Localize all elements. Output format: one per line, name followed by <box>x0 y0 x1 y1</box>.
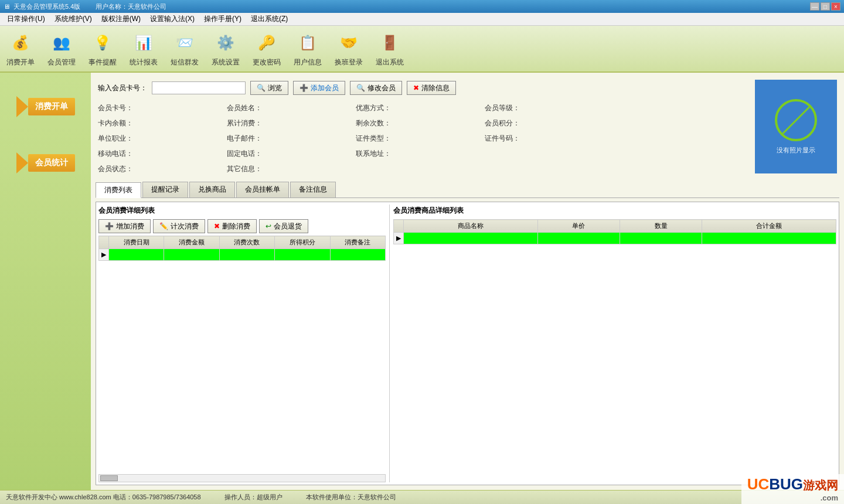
clear-label: 清除信息 <box>421 83 450 93</box>
card-num-field: 会员卡号： <box>98 101 227 115</box>
toolbar-member-mgmt[interactable]: 👥 会员管理 <box>47 30 76 67</box>
user-info-label: 用户信息 <box>294 57 322 67</box>
col-unit-price: 单价 <box>537 220 620 233</box>
watermark: UCBUG游戏网 .com <box>741 474 844 504</box>
add-consume-icon: ➕ <box>105 222 114 230</box>
browse-label: 浏览 <box>268 83 282 93</box>
toolbar-consume[interactable]: 💰 消费开单 <box>6 30 35 67</box>
tab-credit[interactable]: 会员挂帐单 <box>236 182 289 197</box>
count-consume-icon: ✏️ <box>159 222 168 230</box>
member-level-field: 会员等级： <box>485 101 614 115</box>
statusbar: 天意软件开发中心 www.chle828.com 电话：0635-7987985… <box>0 490 844 504</box>
titlebar-controls: — □ × <box>810 2 840 11</box>
status-field: 会员状态： <box>98 162 227 176</box>
member-name-field: 会员姓名： <box>227 101 356 115</box>
delete-consume-icon: ✖ <box>214 222 220 230</box>
toolbar-change-pwd[interactable]: 🔑 更改密码 <box>252 30 281 67</box>
toolbar-settings[interactable]: ⚙️ 系统设置 <box>211 30 240 67</box>
consume-table: 消费日期 消费金额 消费次数 所得积分 消费备注 ▶ <box>98 236 386 261</box>
unit-price-cell <box>537 233 620 244</box>
sidebar: 消费开单 会员统计 <box>0 73 91 490</box>
add-member-button[interactable]: ➕ 添加会员 <box>293 81 345 95</box>
menu-manual[interactable]: 操作手册(Y) <box>199 13 246 25</box>
points-cell <box>275 249 330 261</box>
left-scrollbar[interactable] <box>98 474 386 482</box>
table-section: 会员消费详细列表 ➕ 增加消费 ✏️ 计次消费 ✖ 删除消费 <box>96 202 839 485</box>
menu-system-maint[interactable]: 系统维护(V) <box>50 13 97 25</box>
shift-icon: 🤝 <box>336 30 361 55</box>
maximize-button[interactable]: □ <box>821 2 830 11</box>
status-company: 天意软件开发中心 www.chle828.com 电话：0635-7987985… <box>6 493 201 502</box>
close-button[interactable]: × <box>831 2 840 11</box>
logout-label: 退出系统 <box>376 57 404 67</box>
table-row[interactable]: ▶ <box>99 249 386 261</box>
toolbar-shift-change[interactable]: 🤝 换班登录 <box>334 30 363 67</box>
id-type-field: 证件类型： <box>356 131 485 145</box>
toolbar-user-info[interactable]: 📋 用户信息 <box>293 30 322 67</box>
card-number-input[interactable] <box>152 81 246 94</box>
toolbar-event-remind[interactable]: 💡 事件提醒 <box>88 30 117 67</box>
toolbar-sms[interactable]: 📨 短信群发 <box>170 30 199 67</box>
menu-daily-ops[interactable]: 日常操作(U) <box>2 13 50 25</box>
remaining-times-field: 剩余次数： <box>356 116 485 130</box>
titlebar: 🖥 天意会员管理系统5.4版 用户名称：天意软件公司 — □ × <box>0 0 844 13</box>
add-consume-label: 增加消费 <box>116 222 144 231</box>
minimize-button[interactable]: — <box>810 2 819 11</box>
event-label: 事件提醒 <box>89 57 117 67</box>
product-name-cell <box>404 233 538 244</box>
col-indicator-r <box>394 220 404 233</box>
row-indicator: ▶ <box>99 249 109 261</box>
games-text: 游戏网 <box>803 479 838 492</box>
id-num-field: 证件号码： <box>485 131 614 145</box>
delete-consume-btn[interactable]: ✖ 删除消费 <box>207 219 257 233</box>
row-indicator-r: ▶ <box>394 233 404 244</box>
col-amount: 消费金额 <box>164 236 219 249</box>
balance-field: 卡内余额： <box>98 116 227 130</box>
browse-button[interactable]: 🔍 浏览 <box>250 81 288 95</box>
tab-redeem[interactable]: 兑换商品 <box>189 182 235 197</box>
count-consume-label: 计次消费 <box>171 222 199 231</box>
menu-exit[interactable]: 退出系统(Z) <box>246 13 292 25</box>
browse-icon: 🔍 <box>257 84 266 92</box>
menubar: 日常操作(U) 系统维护(V) 版权注册(W) 设置输入法(X) 操作手册(Y)… <box>0 13 844 26</box>
app-title: 天意会员管理系统5.4版 <box>13 2 80 11</box>
sidebar-consume-btn[interactable]: 消费开单 <box>16 96 75 117</box>
tab-reminder[interactable]: 提醒记录 <box>142 182 188 197</box>
clear-icon: ✖ <box>413 84 419 92</box>
toolbar-logout[interactable]: 🚪 退出系统 <box>375 30 404 67</box>
remark-cell <box>330 249 385 261</box>
refund-btn[interactable]: ↩ 会员退货 <box>259 219 308 233</box>
tab-notes[interactable]: 备注信息 <box>290 182 336 197</box>
titlebar-left: 🖥 天意会员管理系统5.4版 用户名称：天意软件公司 <box>4 2 166 11</box>
count-cell <box>219 249 274 261</box>
consume-icon: 💰 <box>8 30 33 55</box>
toolbar-stats[interactable]: 📊 统计报表 <box>129 30 158 67</box>
tab-consume-list[interactable]: 消费列表 <box>96 182 141 198</box>
col-date: 消费日期 <box>109 236 164 249</box>
address-field: 联系地址： <box>356 147 485 161</box>
col-indicator <box>99 236 109 249</box>
menu-input-method[interactable]: 设置输入法(X) <box>145 13 199 25</box>
table-divider <box>389 205 390 482</box>
product-row[interactable]: ▶ <box>394 233 836 244</box>
total-consume-field: 累计消费： <box>227 116 356 130</box>
sidebar-stats-btn[interactable]: 会员统计 <box>16 152 75 173</box>
product-table: 商品名称 单价 数量 合计金额 ▶ <box>393 219 836 244</box>
left-table-actions: ➕ 增加消费 ✏️ 计次消费 ✖ 删除消费 ↩ 会员退货 <box>98 219 386 233</box>
col-product-name: 商品名称 <box>404 220 538 233</box>
count-consume-btn[interactable]: ✏️ 计次消费 <box>153 219 205 233</box>
col-count: 消费次数 <box>219 236 274 249</box>
right-table: 会员消费商品详细列表 商品名称 单价 数量 合计金额 ▶ <box>393 205 836 482</box>
shift-label: 换班登录 <box>335 57 363 67</box>
bug-text: BUG <box>769 475 803 493</box>
left-scroll-thumb[interactable] <box>100 475 118 481</box>
status-operator: 操作人员：超级用户 <box>224 493 283 502</box>
col-points: 所得积分 <box>275 236 330 249</box>
clear-button[interactable]: ✖ 清除信息 <box>407 81 456 95</box>
toolbar: 💰 消费开单 👥 会员管理 💡 事件提醒 📊 统计报表 📨 短信群发 ⚙️ 系统… <box>0 26 844 73</box>
edit-member-button[interactable]: 🔍 修改会员 <box>350 81 402 95</box>
col-remark: 消费备注 <box>330 236 385 249</box>
add-consume-btn[interactable]: ➕ 增加消费 <box>98 219 151 233</box>
menu-register[interactable]: 版权注册(W) <box>97 13 145 25</box>
mobile-field: 移动电话： <box>98 147 227 161</box>
